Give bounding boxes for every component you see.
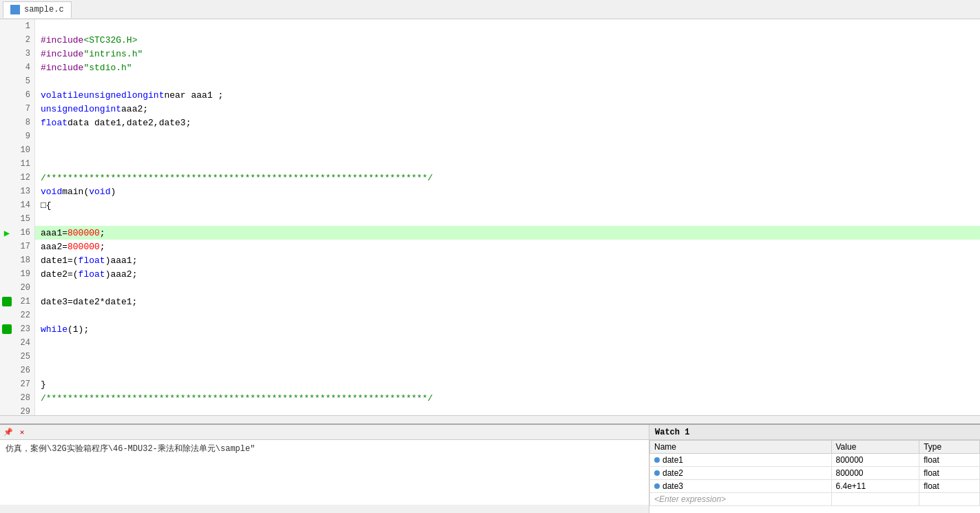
debug-marker: ▶ [0,226,14,240]
editor-area: 123456789101112131415▶161718192021222324… [0,19,980,423]
token: int [148,90,164,101]
line-num-label: 27 [14,377,34,391]
file-tab[interactable]: sample.c [3,1,72,18]
line-num-label: 16 [14,226,34,240]
line-num-label: 23 [14,322,34,336]
debug-marker [0,308,14,322]
watch-value-cell [831,493,919,506]
line-num-label: 26 [14,364,34,377]
debug-marker [0,47,14,61]
line-num-label: 24 [14,336,34,350]
token: main( [62,187,89,197]
bottom-panel: 📌 ✕ 仿真，案例\32G实验箱程序\46-MDU32-乘法和除法单元\samp… [0,423,980,513]
line-num-label: 9 [14,129,34,143]
line-num-label: 12 [14,171,34,185]
file-path: 仿真，案例\32G实验箱程序\46-MDU32-乘法和除法单元\sample" [6,444,255,454]
watch-type-cell [919,493,980,506]
watch-title: Watch 1 [649,425,980,440]
code-line [35,157,980,171]
line-number-row: 3 [0,47,34,61]
line-number-row: 10 [0,143,34,157]
token: volatile [41,90,83,101]
line-number-row: 23 [0,322,34,336]
debug-marker [0,281,14,295]
watch-row: date36.4e+11float [650,480,980,493]
debug-marker [0,391,14,405]
code-line: } [35,377,980,391]
token: 800000 [67,228,100,238]
code-line [35,350,980,364]
main-container: sample.c 123456789101112131415▶161718192… [0,0,980,513]
pin-icon[interactable]: 📌 [3,427,14,438]
line-number-row: 8 [0,116,34,129]
line-number-row: 1 [0,19,34,33]
line-num-label: 4 [14,61,34,74]
token: (1); [67,324,89,335]
code-line [35,143,980,157]
debug-marker [0,102,14,116]
debug-marker [0,240,14,253]
line-number-row: 18 [0,253,34,267]
token: unsigned [41,104,83,114]
line-num-label: 19 [14,267,34,281]
debug-arrow-icon: ▶ [4,227,10,239]
code-line: #include <STC32G.H> [35,33,980,47]
col-value: Value [831,441,919,454]
code-line: unsigned long int aaa2; [35,102,980,116]
watch-row: date2800000float [650,467,980,480]
close-icon[interactable]: ✕ [17,427,28,438]
line-number-row: 14 [0,198,34,212]
token: )aaa2; [105,269,138,280]
debug-marker [0,19,14,33]
code-line: volatile unsigned long int near aaa1 ; [35,88,980,102]
horizontal-scrollbar[interactable] [0,415,980,423]
token: /***************************************… [41,393,433,404]
code-line: #include "stdio.h" [35,61,980,74]
watch-value-cell: 6.4e+11 [831,480,919,493]
token: long [83,104,105,114]
debug-marker [0,157,14,171]
code-line: date3=date2*date1; [35,295,980,308]
code-line: aaa1=800000; [35,226,980,240]
debug-green-icon [2,297,12,306]
token: ) [110,187,116,197]
watch-var-icon [654,457,660,463]
line-num-label: 7 [14,102,34,116]
line-num-label: 1 [14,19,34,33]
debug-marker [0,74,14,88]
debug-marker [0,336,14,350]
line-number-row: 24 [0,336,34,350]
token: /***************************************… [41,173,433,183]
line-number-row: 22 [0,308,34,322]
line-number-row: 25 [0,350,34,364]
panel-scrollbar[interactable] [0,505,649,513]
code-line [35,19,980,33]
debug-marker [0,212,14,226]
line-number-row: 28 [0,391,34,405]
watch-table[interactable]: Name Value Type date1800000floatdate2800… [649,440,980,513]
line-number-row: 12 [0,171,34,185]
code-line [35,336,980,350]
code-lines: #include <STC32G.H>#include "intrins.h"#… [35,19,980,415]
line-num-label: 28 [14,391,34,405]
line-number-row: 21 [0,295,34,308]
line-num-label: 8 [14,116,34,129]
token: date1=( [41,255,79,266]
line-number-row: 2 [0,33,34,47]
code-content[interactable]: 123456789101112131415▶161718192021222324… [0,19,980,415]
line-num-label: 18 [14,253,34,267]
debug-marker [0,116,14,129]
code-line [35,129,980,143]
line-number-row: 20 [0,281,34,295]
line-num-label: 25 [14,350,34,364]
code-line: date2=(float)aaa2; [35,267,980,281]
watch-panel: Watch 1 Name Value Type date1800000float… [649,425,980,513]
token: long [127,90,148,101]
debug-marker [0,171,14,185]
line-num-label: 6 [14,88,34,102]
debug-marker [0,129,14,143]
line-num-label: 2 [14,33,34,47]
watch-name-cell[interactable]: <Enter expression> [650,493,832,506]
line-num-label: 13 [14,185,34,198]
token: ; [100,228,105,238]
